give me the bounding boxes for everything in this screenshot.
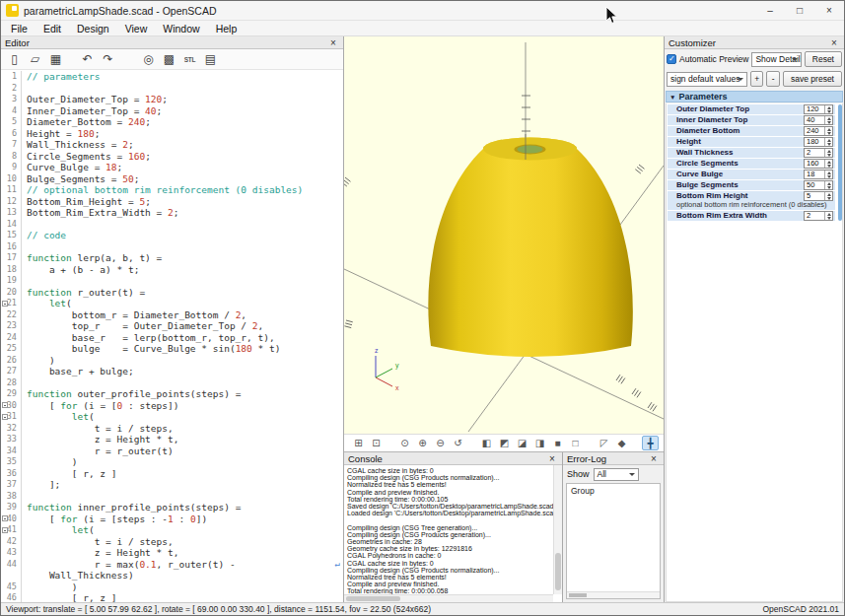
code-line[interactable]: Wall_Thickness)	[1, 570, 343, 582]
parameter-value[interactable]: 40	[805, 116, 824, 124]
customizer-close-icon[interactable]: ×	[828, 37, 840, 48]
parameter-spinbox[interactable]: 160	[804, 159, 833, 169]
menu-edit[interactable]: Edit	[35, 23, 69, 34]
console-vscroll-thumb[interactable]	[555, 553, 561, 590]
code-line[interactable]: 1// parameters	[1, 71, 343, 83]
code-line[interactable]: 16	[1, 241, 343, 253]
parameter-spinbox[interactable]: 5	[804, 191, 833, 201]
parameter-spinbox[interactable]: 2	[804, 148, 833, 158]
fold-marker-icon[interactable]	[2, 402, 8, 408]
reset-view-icon[interactable]: ↺	[450, 436, 466, 450]
parameter-spinbox[interactable]: 18	[804, 170, 833, 179]
close-button[interactable]: ×	[814, 1, 844, 20]
customizer-scrollbar[interactable]	[838, 104, 842, 221]
parameter-value[interactable]: 5	[805, 192, 824, 200]
open-file-icon[interactable]: ▱	[26, 50, 44, 68]
viewport-3d[interactable]: z x y	[344, 36, 664, 434]
code-line[interactable]: 39function inner_profile_points(steps) =	[1, 502, 343, 513]
code-line[interactable]: 41 let(	[1, 524, 343, 536]
remove-preset-button[interactable]: -	[766, 71, 780, 87]
spin-down-icon[interactable]	[825, 164, 832, 168]
code-line[interactable]: 38	[1, 491, 343, 503]
code-line[interactable]: 13Bottom_Rim_Extra_Width = 2;	[1, 207, 343, 219]
menu-view[interactable]: View	[117, 23, 156, 34]
code-line[interactable]: 35 )	[1, 456, 343, 468]
view-all-icon[interactable]: ⊞	[350, 436, 367, 450]
export-stl-icon[interactable]: STL	[180, 50, 199, 68]
fold-marker-icon[interactable]	[2, 527, 8, 533]
code-line[interactable]: 44 r = max(0.1, r_outer(t) -↵	[1, 559, 343, 571]
code-line[interactable]: 2	[1, 83, 343, 95]
menu-help[interactable]: Help	[208, 23, 246, 34]
parameter-value[interactable]: 120	[805, 105, 824, 113]
code-line[interactable]: 26 )	[1, 355, 343, 367]
parameter-spinbox[interactable]: 180	[804, 137, 833, 147]
console-hscrollbar[interactable]	[344, 594, 553, 602]
parameter-spinbox[interactable]: 2	[804, 211, 833, 221]
code-line[interactable]: 31 let(	[1, 411, 343, 423]
new-file-icon[interactable]: ▯	[5, 50, 24, 68]
code-line[interactable]: 10Bulge_Segments = 50;	[1, 173, 343, 185]
code-line[interactable]: 21 let(	[1, 298, 343, 309]
errorlog-close-icon[interactable]: ×	[648, 453, 660, 464]
code-line[interactable]: 7Wall_Thickness = 2;	[1, 139, 343, 151]
console-log[interactable]: CGAL cache size in bytes: 0Compiling des…	[344, 465, 562, 597]
errorlog-hscrollbar[interactable]	[567, 591, 660, 598]
save-preset-button[interactable]: save preset	[783, 71, 842, 87]
spin-down-icon[interactable]	[825, 216, 832, 220]
preset-dropdown[interactable]: sign default values	[667, 72, 747, 87]
parameter-value[interactable]: 2	[805, 149, 824, 157]
code-line[interactable]: 14	[1, 219, 343, 231]
zoom-window-icon[interactable]: ⊡	[368, 436, 385, 450]
add-preset-button[interactable]: +	[750, 71, 764, 87]
code-line[interactable]: 33 z = Height * t,	[1, 434, 343, 445]
parameter-value[interactable]: 240	[805, 127, 824, 135]
zoom-in-icon[interactable]: ⊕	[414, 436, 431, 450]
view-diagonal-icon[interactable]: ◸	[596, 436, 612, 450]
code-line[interactable]: 3Outer_Diameter_Top = 120;	[1, 94, 343, 105]
code-line[interactable]: 34 r = r_outer(t)	[1, 445, 343, 457]
view-back-icon[interactable]: □	[567, 436, 584, 450]
code-line[interactable]: 22 bottom_r = Diameter_Bottom / 2,	[1, 309, 343, 321]
show-details-dropdown[interactable]: Show Details	[751, 52, 801, 67]
parameter-value[interactable]: 160	[805, 160, 824, 168]
spin-down-icon[interactable]	[825, 196, 832, 200]
view-front-icon[interactable]: ■	[549, 436, 566, 450]
code-line[interactable]: 4Inner_Diameter_Top = 40;	[1, 105, 343, 117]
code-line[interactable]: 20function r_outer(t) =	[1, 287, 343, 299]
zoom-out-icon[interactable]: ⊖	[432, 436, 449, 450]
errorlog-filter-select[interactable]: All	[594, 468, 639, 481]
view-center-icon[interactable]: ◆	[613, 436, 630, 450]
view-left-icon[interactable]: ◨	[531, 436, 548, 450]
spin-down-icon[interactable]	[825, 153, 832, 157]
fold-marker-icon[interactable]	[2, 301, 8, 307]
parameter-value[interactable]: 18	[805, 171, 824, 178]
code-line[interactable]: 27 base_r + bulge;	[1, 366, 343, 377]
menu-file[interactable]: File	[3, 23, 35, 34]
editor-close-icon[interactable]: ×	[327, 37, 339, 48]
preview-icon[interactable]: ◎	[139, 50, 158, 68]
errorlog-list[interactable]: Group	[566, 483, 661, 599]
console-close-icon[interactable]: ×	[546, 453, 558, 464]
code-line[interactable]: 25 bulge = Curve_Bulge * sin(180 * t)	[1, 343, 343, 355]
code-line[interactable]: 45 )	[1, 582, 343, 593]
parameter-value[interactable]: 180	[805, 138, 824, 146]
code-line[interactable]: 9Curve_Bulge = 18;	[1, 162, 343, 173]
code-line[interactable]: 11// optional bottom rim reinforcement (…	[1, 184, 343, 196]
redo-icon[interactable]: ↷	[99, 50, 117, 68]
spin-down-icon[interactable]	[825, 174, 832, 178]
view-bottom-icon[interactable]: ◪	[514, 436, 530, 450]
console-vscrollbar[interactable]	[553, 465, 562, 594]
reset-button[interactable]: Reset	[805, 51, 842, 67]
parameter-spinbox[interactable]: 240	[804, 126, 833, 136]
automatic-preview-checkbox[interactable]	[667, 54, 676, 64]
code-line[interactable]: 37 ];	[1, 479, 343, 491]
fold-marker-icon[interactable]	[2, 515, 8, 521]
code-line[interactable]: 19	[1, 275, 343, 287]
parameter-value[interactable]: 50	[805, 181, 824, 189]
code-line[interactable]: 24 base_r = lerp(bottom_r, top_r, t),	[1, 332, 343, 344]
parameter-spinbox[interactable]: 50	[804, 180, 833, 190]
code-line[interactable]: 29function outer_profile_points(steps) =	[1, 388, 343, 400]
view-top-icon[interactable]: ◩	[496, 436, 513, 450]
parameter-value[interactable]: 2	[805, 212, 824, 220]
